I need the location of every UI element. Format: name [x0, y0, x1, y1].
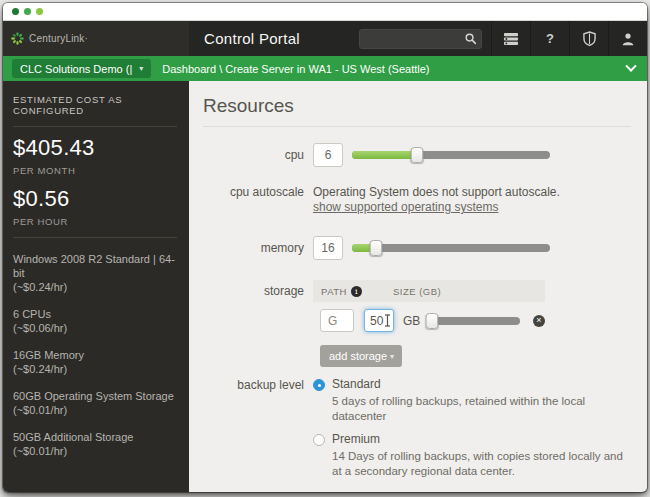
cost-item-price: (~$0.01/hr): [13, 444, 177, 458]
window-dot-1[interactable]: [12, 8, 19, 15]
caret-down-icon: ▾: [390, 352, 394, 361]
cpu-autoscale-label: cpu autoscale: [199, 180, 313, 215]
cost-item-price: (~$0.01/hr): [13, 403, 177, 417]
cpu-slider-fill: [352, 151, 417, 159]
cpu-slider[interactable]: [352, 151, 550, 159]
cost-line-item: 6 CPUs (~$0.06/hr): [13, 307, 177, 335]
admin-button[interactable]: [569, 21, 608, 56]
cost-item-name: Windows 2008 R2 Standard | 64-bit: [13, 252, 177, 280]
sidebar-header: ESTIMATED COST AS CONFIGURED: [13, 94, 177, 116]
monthly-cost-label: PER MONTH: [13, 165, 177, 176]
show-supported-os-link[interactable]: show supported operating systems: [313, 200, 498, 214]
search-input[interactable]: [359, 29, 482, 49]
memory-row: memory: [199, 236, 631, 260]
user-menu-button[interactable]: [608, 21, 647, 56]
hourly-cost-label: PER HOUR: [13, 216, 177, 227]
storage-table: PATH i SIZE (GB): [313, 280, 545, 367]
app-header: CenturyLink· Control Portal: [3, 21, 647, 56]
size-column-header: SIZE (GB): [393, 286, 441, 297]
cost-item-price: (~$0.06/hr): [13, 321, 177, 335]
gb-unit-label: GB: [403, 314, 420, 328]
cpu-label: cpu: [199, 143, 313, 167]
storage-size-slider[interactable]: [429, 317, 520, 325]
search-box: [359, 29, 482, 49]
memory-slider[interactable]: [352, 244, 550, 252]
app-title: Control Portal: [189, 21, 300, 56]
backup-level-label: backup level: [199, 377, 313, 487]
cost-item-name: 16GB Memory: [13, 348, 177, 362]
caret-down-icon: ▾: [139, 64, 143, 73]
info-icon[interactable]: i: [351, 286, 362, 297]
backup-option-premium[interactable]: Premium 14 Days of rolling backups, with…: [313, 432, 631, 478]
cost-item-name: 6 CPUs: [13, 307, 177, 321]
shield-icon: [583, 31, 596, 46]
memory-slider-handle[interactable]: [369, 240, 382, 256]
cost-line-item: 60GB Operating System Storage (~$0.01/hr…: [13, 389, 177, 417]
backup-option-name: Standard: [332, 377, 631, 391]
radio-selected-icon[interactable]: [313, 379, 325, 391]
help-button[interactable]: ?: [530, 21, 569, 56]
brand-name: CenturyLink·: [29, 33, 88, 44]
backup-level-row: backup level Standard 5 days of rolling …: [199, 377, 631, 487]
brand-logo-panel[interactable]: CenturyLink·: [3, 21, 189, 56]
radio-unselected-icon[interactable]: [313, 434, 325, 446]
servers-menu-button[interactable]: [491, 21, 530, 56]
create-server-form: Resources cpu cpu autoscale Ope: [189, 81, 647, 492]
help-icon: ?: [546, 31, 554, 46]
divider: [203, 126, 631, 127]
cost-line-item: 50GB Additional Storage (~$0.01/hr): [13, 430, 177, 458]
account-selector-label: CLC Solutions Demo (|: [20, 63, 132, 75]
window-titlebar: [3, 3, 647, 21]
memory-input[interactable]: [313, 236, 343, 260]
memory-label: memory: [199, 236, 313, 260]
resources-section-title: Resources: [203, 95, 631, 117]
window-dot-2[interactable]: [24, 8, 31, 15]
centurylink-logo-icon: [11, 32, 24, 45]
add-storage-label: add storage: [329, 350, 387, 362]
cost-sidebar: ESTIMATED COST AS CONFIGURED $405.43 PER…: [3, 81, 189, 492]
storage-size-input[interactable]: [364, 309, 394, 332]
storage-slider-handle[interactable]: [426, 313, 439, 329]
backup-option-standard[interactable]: Standard 5 days of rolling backups, reta…: [313, 377, 631, 423]
storage-table-header: PATH i SIZE (GB): [313, 280, 545, 302]
breadcrumb-bar: CLC Solutions Demo (| ▾ Dashboard \ Crea…: [3, 56, 647, 81]
account-selector[interactable]: CLC Solutions Demo (| ▾: [12, 59, 151, 78]
breadcrumb[interactable]: Dashboard \ Create Server in WA1 - US We…: [162, 63, 429, 75]
divider: [13, 237, 177, 238]
cpu-slider-handle[interactable]: [411, 147, 424, 163]
hourly-cost: $0.56: [13, 186, 177, 212]
cpu-input[interactable]: [313, 143, 343, 167]
autoscale-message: Operating System does not support autosc…: [313, 185, 560, 200]
backup-option-description: 5 days of rolling backups, retained with…: [332, 394, 631, 423]
path-column-header: PATH: [321, 286, 347, 297]
divider: [13, 126, 177, 127]
storage-path-input[interactable]: [320, 309, 354, 332]
cost-item-price: (~$0.24/hr): [13, 362, 177, 376]
server-stack-icon: [503, 32, 519, 46]
user-icon: [621, 32, 635, 46]
cost-line-item: 16GB Memory (~$0.24/hr): [13, 348, 177, 376]
cost-item-name: 50GB Additional Storage: [13, 430, 177, 444]
remove-storage-icon[interactable]: ×: [533, 315, 545, 327]
storage-disk-row: GB ×: [313, 309, 545, 332]
cost-item-price: (~$0.24/hr): [13, 280, 177, 294]
storage-label: storage: [199, 280, 313, 367]
window-dot-3[interactable]: [36, 8, 43, 15]
cpu-row: cpu: [199, 143, 631, 167]
storage-row: storage PATH i SIZE (GB): [199, 280, 631, 367]
cost-line-item: Windows 2008 R2 Standard | 64-bit (~$0.2…: [13, 252, 177, 294]
add-storage-button[interactable]: add storage ▾: [320, 345, 402, 367]
backup-option-description: 14 Days of rolling backups, with copies …: [332, 449, 631, 478]
content-area: ESTIMATED COST AS CONFIGURED $405.43 PER…: [3, 81, 647, 492]
cpu-autoscale-row: cpu autoscale Operating System does not …: [199, 180, 631, 215]
chevron-down-icon[interactable]: [625, 60, 636, 71]
app-window: CenturyLink· Control Portal: [3, 3, 647, 492]
cost-item-name: 60GB Operating System Storage: [13, 389, 177, 403]
monthly-cost: $405.43: [13, 135, 177, 161]
backup-option-name: Premium: [332, 432, 631, 446]
